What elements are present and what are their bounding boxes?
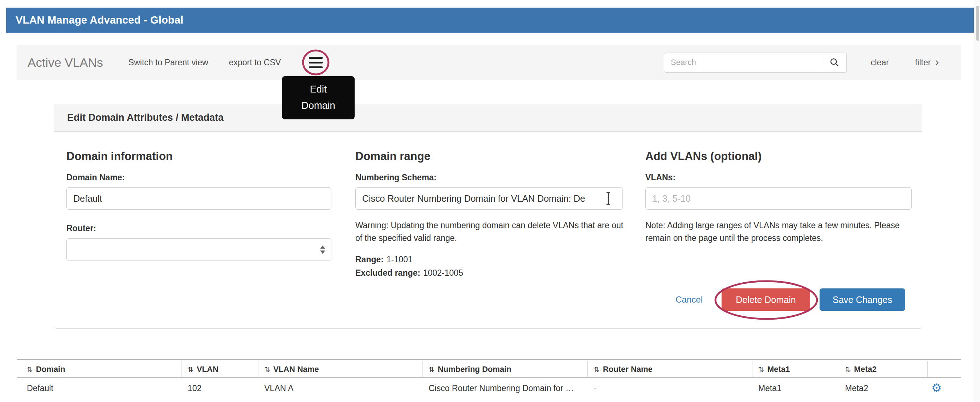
range-line: Range:1-1001 xyxy=(355,255,413,264)
page: VLAN Manage Advanced - Global Active VLA… xyxy=(0,0,980,402)
domain-range-section: Domain range Numbering Schema: Warning: … xyxy=(355,104,623,328)
active-vlans-heading: Active VLANs xyxy=(28,56,103,70)
page-title: VLAN Manage Advanced - Global xyxy=(16,14,183,26)
col-header-vlan[interactable]: ⇅VLAN xyxy=(188,365,218,374)
col-header-domain[interactable]: ⇅Domain xyxy=(27,365,65,374)
cell-vlan: 102 xyxy=(188,383,202,393)
cell-domain: Default xyxy=(27,383,53,393)
save-changes-label: Save Changes xyxy=(833,295,892,305)
numbering-schema-label: Numbering Schema: xyxy=(355,173,437,183)
titlebar: VLAN Manage Advanced - Global xyxy=(6,8,974,33)
search-icon xyxy=(829,57,840,67)
toolbar: Active VLANs Switch to Parent view expor… xyxy=(17,45,961,80)
tooltip-line-1: Edit xyxy=(282,81,355,98)
column-divider xyxy=(752,361,752,377)
cell-router-name: - xyxy=(594,383,597,393)
sort-icon: ⇅ xyxy=(594,366,600,373)
chevron-right-icon: › xyxy=(935,58,939,65)
clear-link[interactable]: clear xyxy=(871,58,889,67)
table-row[interactable]: Default 102 VLAN A Cisco Router Numberin… xyxy=(17,378,961,398)
excluded-range-label: Excluded range: xyxy=(355,268,420,278)
tooltip-line-2: Domain xyxy=(282,98,355,114)
column-divider xyxy=(839,361,839,377)
search-group xyxy=(664,52,847,73)
vlans-note-text: Note: Adding large ranges of VLANs may t… xyxy=(645,219,921,245)
domain-name-input[interactable] xyxy=(67,187,331,210)
cell-numbering-domain: Cisco Router Numbering Domain for … xyxy=(429,383,574,393)
filter-link[interactable]: filter › xyxy=(915,58,939,67)
numbering-schema-input[interactable] xyxy=(355,187,623,210)
sort-icon: ⇅ xyxy=(429,366,434,373)
scrollbar-thumb[interactable] xyxy=(976,6,979,41)
column-divider xyxy=(587,361,588,377)
sort-icon: ⇅ xyxy=(758,366,764,373)
domain-name-label: Domain Name: xyxy=(67,173,125,183)
range-label: Range: xyxy=(355,255,383,264)
filter-label: filter xyxy=(915,58,931,67)
router-select[interactable] xyxy=(67,238,331,261)
search-button[interactable] xyxy=(822,52,847,73)
sort-icon: ⇅ xyxy=(845,366,851,373)
column-divider xyxy=(258,361,258,377)
domain-range-heading: Domain range xyxy=(355,150,431,163)
vlans-label: VLANs: xyxy=(645,173,676,183)
col-header-vlan-name[interactable]: ⇅VLAN Name xyxy=(264,365,319,374)
hamburger-menu-icon[interactable] xyxy=(309,56,323,70)
search-input[interactable] xyxy=(664,52,822,73)
delete-domain-button[interactable]: Delete Domain xyxy=(722,288,810,311)
vlans-input[interactable] xyxy=(645,187,912,210)
vertical-scrollbar[interactable] xyxy=(975,0,980,402)
numbering-warning-text: Warning: Updating the numbering domain c… xyxy=(355,219,626,245)
cancel-link[interactable]: Cancel xyxy=(676,295,703,305)
delete-domain-label: Delete Domain xyxy=(736,295,795,305)
cell-meta2: Meta2 xyxy=(845,383,868,393)
domain-information-section: Domain information Domain Name: Router: xyxy=(67,104,331,328)
table-header: ⇅Domain ⇅VLAN ⇅VLAN Name ⇅Numbering Doma… xyxy=(17,359,961,378)
export-csv-link[interactable]: export to CSV xyxy=(229,58,281,67)
edit-domain-panel: Edit Domain Attributes / Metadata Domain… xyxy=(54,104,922,329)
col-header-meta2[interactable]: ⇅Meta2 xyxy=(845,365,877,374)
domain-information-heading: Domain information xyxy=(67,150,173,163)
select-stepper-icon xyxy=(320,246,325,254)
save-changes-button[interactable]: Save Changes xyxy=(819,288,905,311)
sort-icon: ⇅ xyxy=(264,366,270,373)
cell-meta1: Meta1 xyxy=(758,383,781,393)
col-header-router-name[interactable]: ⇅Router Name xyxy=(594,365,652,374)
add-vlans-heading: Add VLANs (optional) xyxy=(645,150,762,163)
toolbar-left: Active VLANs Switch to Parent view expor… xyxy=(17,49,330,76)
sort-icon: ⇅ xyxy=(188,366,194,373)
toolbar-right: clear filter › xyxy=(664,52,939,73)
panel-actions: Cancel Delete Domain Save Changes xyxy=(676,288,905,311)
excluded-range-line: Excluded range:1002-1005 xyxy=(355,268,463,278)
column-divider xyxy=(928,361,928,377)
cell-vlan-name: VLAN A xyxy=(264,383,294,393)
col-header-meta1[interactable]: ⇅Meta1 xyxy=(758,365,790,374)
switch-parent-view-link[interactable]: Switch to Parent view xyxy=(129,58,208,67)
gear-icon[interactable]: ⚙ xyxy=(931,381,942,395)
edit-domain-menu-wrap xyxy=(302,49,330,76)
excluded-range-value: 1002-1005 xyxy=(423,268,463,278)
column-divider xyxy=(181,361,181,377)
sort-icon: ⇅ xyxy=(27,366,33,373)
edit-domain-tooltip: Edit Domain xyxy=(282,76,355,119)
text-cursor-icon xyxy=(605,192,612,205)
col-header-numbering-domain[interactable]: ⇅Numbering Domain xyxy=(429,365,511,374)
range-value: 1-1001 xyxy=(387,255,413,264)
vlan-table: ⇅Domain ⇅VLAN ⇅VLAN Name ⇅Numbering Doma… xyxy=(17,359,961,398)
router-label: Router: xyxy=(67,224,96,233)
